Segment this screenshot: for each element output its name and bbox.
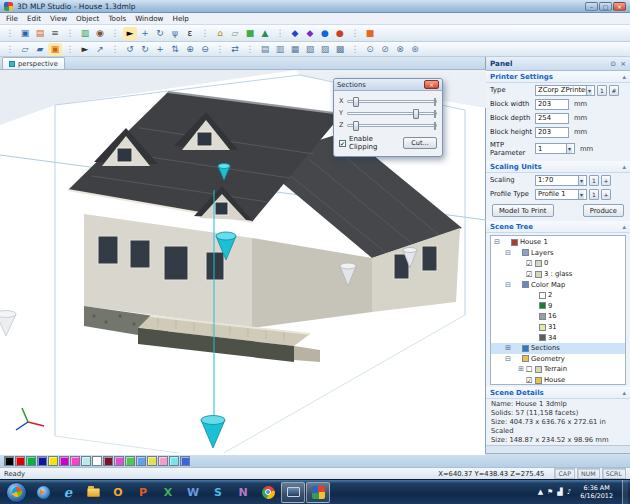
separator-icon[interactable]: ⋮: [273, 27, 287, 40]
taskbar-chrome-icon[interactable]: [256, 482, 280, 503]
expander-icon[interactable]: ⊟: [504, 281, 512, 289]
maximize-button[interactable]: ▢: [599, 2, 612, 11]
tree-item-layer-0[interactable]: ☑ 0: [491, 258, 625, 269]
clipboard-icon[interactable]: ▱: [228, 27, 242, 40]
deform-tool-icon[interactable]: ψ: [168, 27, 182, 40]
red-disc-icon[interactable]: ●: [333, 27, 347, 40]
new-window-icon[interactable]: ▣: [18, 27, 32, 40]
chevron-down-icon[interactable]: ▾: [566, 144, 572, 153]
camera2-icon[interactable]: ⊘: [378, 43, 392, 56]
network-icon[interactable]: ▟: [557, 488, 562, 496]
tree-item-color-map[interactable]: ⊟ Color Map: [491, 279, 625, 290]
collapse-icon[interactable]: ▴: [622, 389, 626, 397]
taskbar-onenote-icon[interactable]: N: [231, 482, 255, 503]
view-iso2-icon[interactable]: ▨: [318, 43, 332, 56]
zoom-in-icon[interactable]: ⊕: [183, 43, 197, 56]
camera3-icon[interactable]: ⊗: [393, 43, 407, 56]
grip-icon[interactable]: ⋮: [3, 27, 17, 40]
color-swatch[interactable]: [180, 456, 190, 466]
slider-track[interactable]: [347, 112, 437, 115]
volume-icon[interactable]: ♪: [567, 488, 571, 496]
taskbar-3d-mlp-studio-icon[interactable]: [306, 482, 330, 503]
separator-icon[interactable]: ⋮: [348, 27, 362, 40]
show-desktop-button[interactable]: [622, 480, 628, 504]
pin-icon[interactable]: ⊙: [610, 60, 616, 68]
zoom-out-icon[interactable]: ⊖: [198, 43, 212, 56]
panel-close-icon[interactable]: ×: [620, 60, 626, 68]
separator-icon[interactable]: ⋮: [198, 27, 212, 40]
color-swatch[interactable]: [147, 456, 157, 466]
printer-settings-header[interactable]: Printer Settings ▴: [486, 71, 630, 83]
chevron-down-icon[interactable]: ▾: [578, 176, 584, 185]
collapse-icon[interactable]: ▴: [622, 163, 626, 171]
tab-perspective[interactable]: perspective: [2, 57, 65, 69]
menu-item[interactable]: Object: [76, 14, 99, 23]
checkbox-icon[interactable]: ☑: [525, 259, 533, 268]
swap-icon[interactable]: ⇄: [228, 43, 242, 56]
printer-type-select[interactable]: ZCorp ZPrinter 450 ▾: [535, 85, 595, 96]
home-icon[interactable]: ⌂: [213, 27, 227, 40]
move-tool-icon[interactable]: +: [138, 27, 152, 40]
expander-icon[interactable]: ⊞: [504, 344, 512, 352]
color-swatch[interactable]: [125, 456, 135, 466]
view-front-icon[interactable]: ▥: [273, 43, 287, 56]
view-side-icon[interactable]: ▦: [288, 43, 302, 56]
chevron-down-icon[interactable]: ▾: [578, 190, 584, 199]
profile-type-select[interactable]: Profile 1 ▾: [535, 189, 587, 200]
select-pointer-icon[interactable]: ►: [123, 27, 137, 40]
tree-item-color-16[interactable]: 16: [491, 311, 625, 322]
color-swatch[interactable]: [48, 456, 58, 466]
color-swatch[interactable]: [92, 456, 102, 466]
dialog-close-icon[interactable]: ×: [424, 80, 439, 89]
checkbox-icon[interactable]: ☐: [525, 365, 533, 374]
render-icon[interactable]: ◉: [93, 27, 107, 40]
cube-purple-icon[interactable]: ◆: [303, 27, 317, 40]
color-swatch[interactable]: [59, 456, 69, 466]
tree-item-geometry[interactable]: ⊟ Geometry: [491, 354, 625, 365]
green-block-icon[interactable]: ■: [243, 27, 257, 40]
enable-clipping-checkbox[interactable]: ✔: [339, 140, 346, 147]
scaling-units-header[interactable]: Scaling Units ▴: [486, 161, 630, 173]
close-button[interactable]: ×: [613, 2, 626, 11]
taskbar-internet-explorer-icon[interactable]: e: [56, 482, 80, 503]
scaling-select[interactable]: 1:70 ▾: [535, 175, 587, 186]
taskbar-clock[interactable]: 6:36 AM 6/16/2012: [580, 484, 613, 500]
separator-icon[interactable]: ⋮: [108, 43, 122, 56]
camera1-icon[interactable]: ⊙: [363, 43, 377, 56]
color-swatch[interactable]: [114, 456, 124, 466]
slider-thumb[interactable]: [353, 121, 359, 131]
stop-icon[interactable]: ■: [363, 27, 377, 40]
camera4-icon[interactable]: ⊛: [408, 43, 422, 56]
separator-icon[interactable]: ⋮: [348, 43, 362, 56]
slider-track[interactable]: [347, 100, 437, 103]
pick-icon[interactable]: ►: [78, 43, 92, 56]
view-persp-icon[interactable]: ▩: [333, 43, 347, 56]
tree-item-color-34[interactable]: 34: [491, 332, 625, 343]
color-swatch[interactable]: [81, 456, 91, 466]
color-swatch[interactable]: [169, 456, 179, 466]
printer-mini-button-2[interactable]: #: [609, 85, 619, 96]
minimize-button[interactable]: –: [585, 2, 598, 11]
taskbar-powerpoint-icon[interactable]: P: [131, 482, 155, 503]
tree-item-terrain[interactable]: ⊞ ☐ Terrain: [491, 364, 625, 375]
view-top-icon[interactable]: ▤: [258, 43, 272, 56]
view-iso1-icon[interactable]: ▧: [303, 43, 317, 56]
taskbar-media-player-icon[interactable]: ▶: [31, 482, 55, 503]
separator-icon[interactable]: ⋮: [63, 43, 77, 56]
menu-item[interactable]: Tools: [108, 14, 126, 23]
separator-icon[interactable]: ⋮: [108, 27, 122, 40]
rotate-tool-icon[interactable]: ↻: [153, 27, 167, 40]
model-to-print-button[interactable]: Model To Print: [492, 204, 554, 217]
scene-tree-header[interactable]: Scene Tree ▴: [486, 221, 630, 233]
sphere-icon[interactable]: ●: [318, 27, 332, 40]
taskbar-outlook-icon[interactable]: O: [106, 482, 130, 503]
tree-item-sections[interactable]: ⊞ Sections: [491, 343, 625, 354]
tree-item-color-2[interactable]: 2: [491, 290, 625, 301]
separator-icon[interactable]: ⋮: [243, 43, 257, 56]
list-icon[interactable]: ≡: [48, 27, 62, 40]
produce-button[interactable]: Produce: [583, 204, 624, 217]
display-icon[interactable]: ▥: [78, 27, 92, 40]
cut-button[interactable]: Cut...: [403, 137, 437, 149]
color-swatch[interactable]: [136, 456, 146, 466]
taskbar-excel-icon[interactable]: X: [156, 482, 180, 503]
